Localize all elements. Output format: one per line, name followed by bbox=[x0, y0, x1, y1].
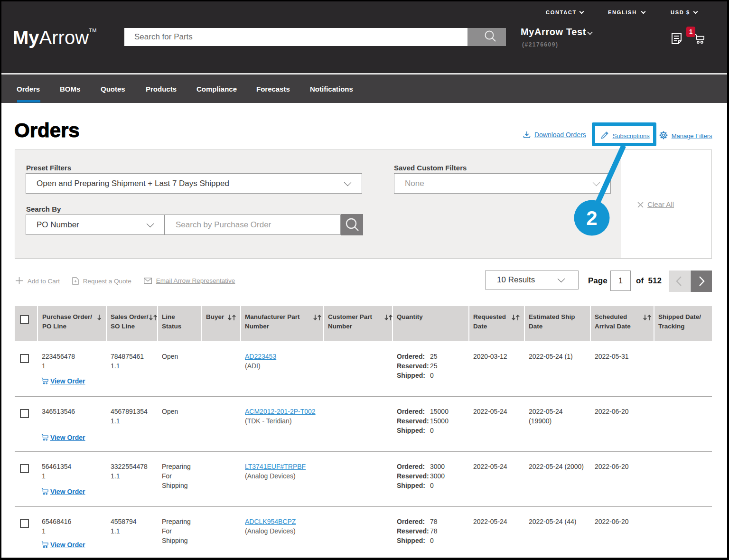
svg-text:2: 2 bbox=[586, 207, 597, 229]
